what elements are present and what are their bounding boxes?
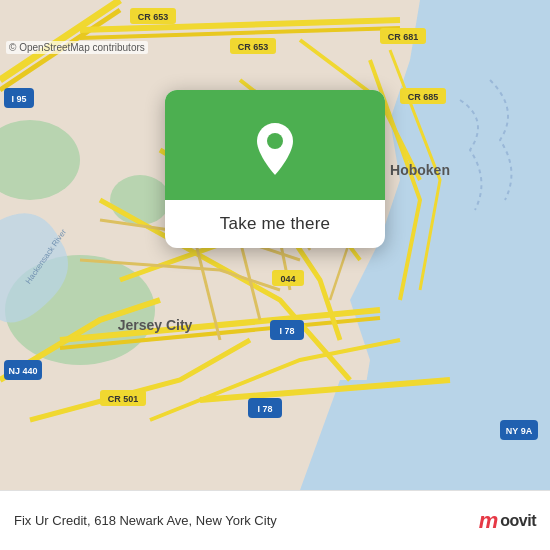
svg-text:Hoboken: Hoboken xyxy=(390,162,450,178)
svg-text:CR 653: CR 653 xyxy=(238,42,269,52)
svg-text:NJ 440: NJ 440 xyxy=(8,366,37,376)
location-popup: Take me there xyxy=(165,90,385,248)
svg-text:CR 681: CR 681 xyxy=(388,32,419,42)
take-me-there-button[interactable]: Take me there xyxy=(181,214,369,234)
svg-text:CR 501: CR 501 xyxy=(108,394,139,404)
svg-text:044: 044 xyxy=(280,274,295,284)
popup-map-bg xyxy=(165,90,385,200)
popup-button-section: Take me there xyxy=(165,200,385,248)
moovit-logo: m oovit xyxy=(479,508,536,534)
svg-text:I 78: I 78 xyxy=(279,326,294,336)
svg-point-33 xyxy=(267,133,283,149)
moovit-m-letter: m xyxy=(479,508,499,534)
svg-text:CR 685: CR 685 xyxy=(408,92,439,102)
svg-text:NY 9A: NY 9A xyxy=(506,426,533,436)
bottom-bar: Fix Ur Credit, 618 Newark Ave, New York … xyxy=(0,490,550,550)
copyright-text: © OpenStreetMap contributors xyxy=(6,41,148,54)
svg-point-5 xyxy=(110,175,170,225)
svg-text:I 78: I 78 xyxy=(257,404,272,414)
svg-text:Jersey City: Jersey City xyxy=(118,317,193,333)
location-address: Fix Ur Credit, 618 Newark Ave, New York … xyxy=(14,513,479,528)
location-pin xyxy=(251,121,299,169)
moovit-text: oovit xyxy=(500,512,536,530)
svg-text:CR 653: CR 653 xyxy=(138,12,169,22)
svg-text:I 95: I 95 xyxy=(11,94,26,104)
